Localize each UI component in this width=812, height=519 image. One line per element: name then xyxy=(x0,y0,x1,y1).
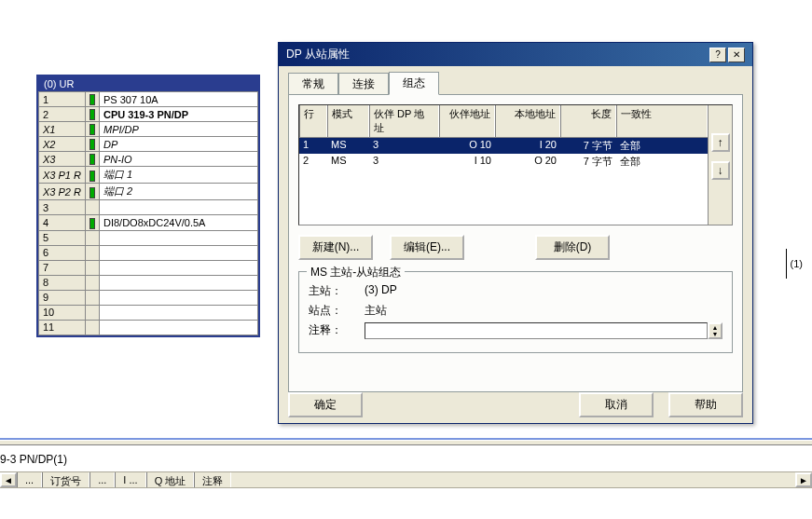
annotation-one: (1) xyxy=(786,249,806,279)
edit-button[interactable]: 编辑(E)... xyxy=(390,235,464,260)
col-local-addr[interactable]: 本地地址 xyxy=(495,105,560,137)
list-row[interactable]: 1MS3O 10I 207 字节全部 xyxy=(299,138,708,154)
rack-row[interactable]: 4DI8/DO8xDC24V/0.5A xyxy=(39,215,258,230)
module-icon xyxy=(89,154,95,165)
module-icon xyxy=(89,187,95,198)
rack-row[interactable]: 2CPU 319-3 PN/DP xyxy=(39,107,258,122)
rack-row[interactable]: X3 P1 R端口 1 xyxy=(39,167,258,184)
rack-row[interactable]: 9 xyxy=(39,290,258,305)
seg-q[interactable]: Q 地址 xyxy=(146,472,195,487)
groupbox-title: MS 主站-从站组态 xyxy=(307,265,405,280)
col-partner-dp[interactable]: 伙伴 DP 地址 xyxy=(369,105,439,137)
col-line[interactable]: 行 xyxy=(299,105,327,137)
dialog-title: DP 从站属性 xyxy=(286,47,350,62)
seg-i[interactable]: I ... xyxy=(115,472,145,487)
config-list-header[interactable]: 行 模式 伙伴 DP 地址 伙伴地址 本地地址 长度 一致性 xyxy=(299,105,708,138)
rack-row[interactable]: X1MPI/DP xyxy=(39,122,258,137)
rack-row[interactable]: X3PN-IO xyxy=(39,152,258,167)
col-partner-addr[interactable]: 伙伴地址 xyxy=(439,105,495,137)
station-value: 主站 xyxy=(365,303,458,319)
config-list: 行 模式 伙伴 DP 地址 伙伴地址 本地地址 长度 一致性 1MS3O 10I… xyxy=(298,104,733,225)
list-row[interactable]: 2MS3I 10O 207 字节全部 xyxy=(299,154,708,170)
rack-row[interactable]: X2DP xyxy=(39,137,258,152)
tab-panel-config: 行 模式 伙伴 DP 地址 伙伴地址 本地地址 长度 一致性 1MS3O 10I… xyxy=(288,94,743,392)
rack-row[interactable]: 10 xyxy=(39,305,258,320)
ms-master-slave-group: MS 主站-从站组态 主站： (3) DP 站点： 主站 注释： ▲▼ xyxy=(298,271,733,353)
comment-spin[interactable]: ▲▼ xyxy=(708,322,723,339)
master-value: (3) DP xyxy=(365,283,458,299)
comment-label: 注释： xyxy=(309,322,365,339)
scroll-right-icon[interactable]: ► xyxy=(795,472,812,487)
module-icon xyxy=(89,124,95,135)
ok-button[interactable]: 确定 xyxy=(288,392,363,417)
seg-order[interactable]: 订货号 xyxy=(42,472,89,487)
tab-config[interactable]: 组态 xyxy=(389,72,439,95)
col-length[interactable]: 长度 xyxy=(560,105,616,137)
rack-window: (0) UR 1PS 307 10A2CPU 319-3 PN/DPX1MPI/… xyxy=(36,75,260,337)
module-icon xyxy=(89,109,95,120)
help-button[interactable]: 帮助 xyxy=(668,392,743,417)
dialog-titlebar[interactable]: DP 从站属性 ? ✕ xyxy=(279,43,752,66)
col-consistency[interactable]: 一致性 xyxy=(616,105,708,137)
dp-slave-properties-dialog: DP 从站属性 ? ✕ 常规 连接 组态 行 模式 伙伴 DP 地址 伙伴地址 … xyxy=(278,42,753,424)
module-icon xyxy=(89,218,95,229)
rack-row[interactable]: 5 xyxy=(39,230,258,245)
cancel-button[interactable]: 取消 xyxy=(579,392,654,417)
lower-device-label: 9-3 PN/DP(1) xyxy=(0,445,812,471)
new-button[interactable]: 新建(N)... xyxy=(298,235,373,260)
rack-table: 1PS 307 10A2CPU 319-3 PN/DPX1MPI/DPX2DPX… xyxy=(38,91,258,335)
help-icon[interactable]: ? xyxy=(709,48,726,62)
col-mode[interactable]: 模式 xyxy=(327,105,369,137)
rack-row[interactable]: 7 xyxy=(39,260,258,275)
scroll-left-icon[interactable]: ◄ xyxy=(0,472,17,487)
module-icon xyxy=(89,94,95,105)
tabstrip: 常规 连接 组态 xyxy=(288,72,743,95)
tab-general[interactable]: 常规 xyxy=(288,73,338,96)
rack-row[interactable]: 1PS 307 10A xyxy=(39,92,258,107)
comment-input[interactable] xyxy=(365,322,708,339)
list-reorder-buttons: ↑ ↓ xyxy=(708,105,732,225)
station-label: 站点： xyxy=(309,303,365,319)
rack-row[interactable]: X3 P2 R端口 2 xyxy=(39,184,258,200)
rack-row[interactable]: 11 xyxy=(39,320,258,335)
seg-ellipsis1[interactable]: ... xyxy=(17,472,42,487)
tab-connect[interactable]: 连接 xyxy=(338,73,389,96)
rack-row[interactable]: 8 xyxy=(39,275,258,290)
module-icon xyxy=(89,171,95,182)
seg-comment[interactable]: 注释 xyxy=(194,472,231,487)
rack-row[interactable]: 3 xyxy=(39,200,258,215)
rack-title: (0) UR xyxy=(38,76,258,91)
master-label: 主站： xyxy=(309,283,365,299)
move-up-button[interactable]: ↑ xyxy=(711,133,730,152)
delete-button[interactable]: 删除(D) xyxy=(535,235,610,260)
move-down-button[interactable]: ↓ xyxy=(711,161,730,180)
lower-pane: 9-3 PN/DP(1) ◄ ... 订货号 ... I ... Q 地址 注释… xyxy=(0,438,812,488)
rack-row[interactable]: 6 xyxy=(39,245,258,260)
lower-scrollbar[interactable]: ◄ ... 订货号 ... I ... Q 地址 注释 ► xyxy=(0,471,812,488)
close-icon[interactable]: ✕ xyxy=(728,48,745,62)
module-icon xyxy=(89,139,95,150)
seg-ellipsis2[interactable]: ... xyxy=(89,472,115,487)
